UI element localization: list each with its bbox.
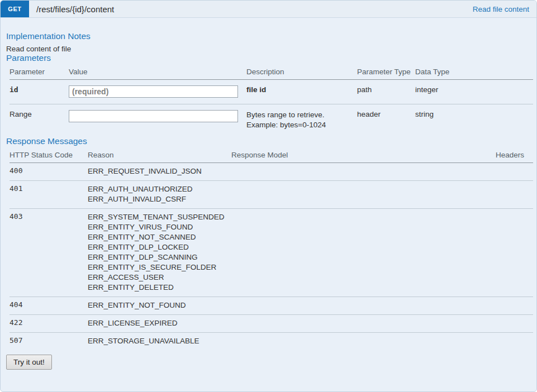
headers-cell (466, 181, 533, 209)
parameter-description: Bytes range to retrieve. Example: bytes=… (246, 104, 357, 137)
response-model-cell (231, 333, 466, 351)
response-model-cell (231, 315, 466, 333)
parameter-type: path (357, 80, 415, 104)
status-code: 404 (9, 297, 88, 315)
endpoint-path[interactable]: /rest/files/{id}/content (36, 4, 114, 14)
reason-cell: ERR_ENTITY_NOT_FOUND (88, 297, 231, 315)
status-code: 401 (9, 181, 88, 209)
reason-cell: ERR_REQUEST_INVALID_JSON (88, 163, 231, 181)
description-line: Bytes range to retrieve. (246, 110, 357, 120)
reason-cell: ERR_AUTH_UNAUTHORIZED ERR_AUTH_INVALID_C… (88, 181, 231, 209)
parameter-row-id: id file id path integer (9, 80, 533, 104)
col-header-description: Description (246, 63, 357, 80)
api-endpoint-panel: GET /rest/files/{id}/content Read file c… (0, 0, 537, 392)
parameter-row-range: Range Bytes range to retrieve. Example: … (9, 104, 533, 137)
reason-line: ERR_ENTITY_VIRUS_FOUND (88, 222, 231, 232)
col-header-data-type: Data Type (415, 63, 533, 80)
response-messages-heading: Response Messages (6, 136, 529, 146)
reason-line: ERR_REQUEST_INVALID_JSON (88, 166, 231, 176)
response-row-403: 403 ERR_SYSTEM_TENANT_SUSPENDED ERR_ENTI… (9, 209, 533, 297)
reason-line: ERR_ENTITY_DLP_SCANNING (88, 252, 231, 262)
headers-cell (466, 209, 533, 297)
reason-line: ERR_AUTH_UNAUTHORIZED (88, 184, 231, 194)
col-header-value: Value (69, 63, 246, 80)
headers-cell (466, 333, 533, 351)
col-header-response-model: Response Model (231, 146, 466, 163)
implementation-notes-text: Read content of file (6, 45, 529, 53)
parameter-data-type: integer (415, 80, 533, 104)
responses-header-row: HTTP Status Code Reason Response Model H… (9, 146, 533, 163)
reason-line: ERR_ENTITY_DELETED (88, 283, 231, 293)
reason-line: ERR_ENTITY_NOT_SCANNED (88, 232, 231, 242)
col-header-reason: Reason (88, 146, 231, 163)
reason-line: ERR_ACCESS_USER (88, 273, 231, 283)
headers-cell (466, 297, 533, 315)
endpoint-detail-content: Implementation Notes Read content of fil… (1, 18, 536, 370)
status-code: 422 (9, 315, 88, 333)
status-code: 403 (9, 209, 88, 297)
parameter-name: id (9, 80, 69, 104)
reason-line: ERR_ENTITY_NOT_FOUND (88, 300, 231, 310)
col-header-headers: Headers (466, 146, 533, 163)
response-model-cell (231, 163, 466, 181)
status-code: 507 (9, 333, 88, 351)
try-it-out-button[interactable]: Try it out! (6, 355, 52, 370)
reason-line: ERR_STORAGE_UNAVAILABLE (88, 336, 231, 346)
headers-cell (466, 315, 533, 333)
col-header-http-status-code: HTTP Status Code (9, 146, 88, 163)
reason-line: ERR_LICENSE_EXPIRED (88, 318, 231, 328)
endpoint-action-link[interactable]: Read file content (473, 5, 529, 13)
parameter-description: file id (246, 80, 357, 104)
description-line: Example: bytes=0-1024 (246, 120, 357, 130)
response-row-422: 422 ERR_LICENSE_EXPIRED (9, 315, 533, 333)
parameter-name: Range (9, 104, 69, 137)
status-code: 400 (9, 163, 88, 181)
response-model-cell (231, 297, 466, 315)
parameters-heading: Parameters (6, 53, 529, 63)
reason-line: ERR_AUTH_INVALID_CSRF (88, 194, 231, 204)
response-model-cell (231, 209, 466, 297)
parameters-table: Parameter Value Description Parameter Ty… (9, 63, 533, 136)
response-row-404: 404 ERR_ENTITY_NOT_FOUND (9, 297, 533, 315)
endpoint-header-bar: GET /rest/files/{id}/content Read file c… (1, 1, 536, 18)
response-row-507: 507 ERR_STORAGE_UNAVAILABLE (9, 333, 533, 351)
reason-cell: ERR_SYSTEM_TENANT_SUSPENDED ERR_ENTITY_V… (88, 209, 231, 297)
http-method-badge[interactable]: GET (1, 1, 29, 17)
reason-cell: ERR_STORAGE_UNAVAILABLE (88, 333, 231, 351)
range-value-input[interactable] (69, 110, 238, 122)
reason-line: ERR_ENTITY_DLP_LOCKED (88, 242, 231, 252)
response-model-cell (231, 181, 466, 209)
parameter-type: header (357, 104, 415, 137)
parameter-data-type: string (415, 104, 533, 137)
reason-line: ERR_ENTITY_IS_SECURE_FOLDER (88, 262, 231, 273)
reason-cell: ERR_LICENSE_EXPIRED (88, 315, 231, 333)
id-value-input[interactable] (69, 85, 238, 98)
col-header-parameter-type: Parameter Type (357, 63, 415, 80)
response-messages-table: HTTP Status Code Reason Response Model H… (9, 146, 533, 350)
response-row-400: 400 ERR_REQUEST_INVALID_JSON (9, 163, 533, 181)
parameters-header-row: Parameter Value Description Parameter Ty… (9, 63, 533, 80)
reason-line: ERR_SYSTEM_TENANT_SUSPENDED (88, 212, 231, 222)
col-header-parameter: Parameter (9, 63, 69, 80)
response-row-401: 401 ERR_AUTH_UNAUTHORIZED ERR_AUTH_INVAL… (9, 181, 533, 209)
headers-cell (466, 163, 533, 181)
implementation-notes-heading: Implementation Notes (6, 31, 529, 41)
